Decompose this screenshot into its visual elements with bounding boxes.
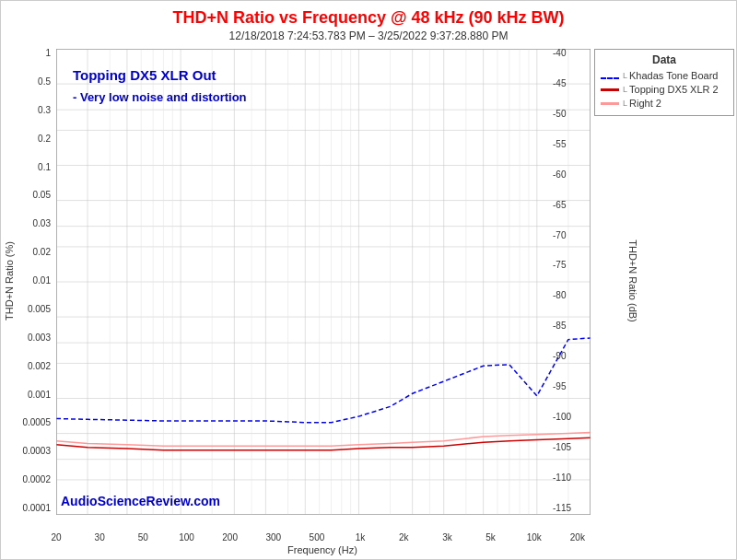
y-right-tick: -110 <box>553 473 571 483</box>
y-right-tick: -100 <box>553 413 571 422</box>
y-right-tick: -80 <box>553 291 566 300</box>
y-left-tick: 0.0001 <box>22 504 51 513</box>
legend-item: L Topping DX5 XLR 2 <box>601 84 728 95</box>
y-right-tick: -95 <box>553 382 566 391</box>
chart-container: THD+N Ratio vs Frequency @ 48 kHz (90 kH… <box>0 0 737 560</box>
y-left-tick: 0.5 <box>38 77 51 87</box>
y-right-tick: -105 <box>553 443 571 452</box>
legend-item: L Right 2 <box>601 98 728 109</box>
x-tick: 1k <box>349 532 371 542</box>
y-right-tick: -75 <box>553 261 566 270</box>
x-tick: 200 <box>219 532 241 542</box>
x-tick: 5k <box>480 532 502 542</box>
y-right-tick: -50 <box>553 110 566 119</box>
y-left-tick: 0.01 <box>33 276 51 286</box>
x-tick: 30 <box>88 532 111 542</box>
x-tick: 20k <box>567 532 589 542</box>
y-left-tick: 0.002 <box>28 362 51 371</box>
y-left-tick: 0.0005 <box>22 418 51 427</box>
y-right-tick: -115 <box>553 504 571 513</box>
y-left-tick: 0.2 <box>38 134 51 144</box>
legend-box: Data L Khadas Tone BoardL Topping DX5 XL… <box>594 49 734 116</box>
y-left-tick: 0.3 <box>38 106 51 115</box>
x-tick: 3k <box>436 532 458 542</box>
y-right-tick: -85 <box>553 321 566 331</box>
x-tick: 20 <box>45 532 67 542</box>
y-left-tick: 0.1 <box>38 163 51 172</box>
y-left-tick: 1 <box>45 49 51 58</box>
x-tick: 500 <box>306 532 328 542</box>
y-left-tick: 0.003 <box>28 333 51 343</box>
y-left-tick: 0.05 <box>33 191 51 200</box>
y-right-tick: -60 <box>553 170 566 180</box>
x-axis-label: Frequency (Hz) <box>56 544 589 555</box>
x-tick: 2k <box>392 532 415 542</box>
y-left-tick: 0.02 <box>33 248 51 257</box>
chart-svg <box>56 49 591 515</box>
y-left-tick: 0.0002 <box>22 475 51 484</box>
watermark: AudioScienceReview.com <box>61 494 220 508</box>
x-tick: 10k <box>523 532 545 542</box>
y-right-tick: -90 <box>553 352 566 361</box>
annotation-line1: Topping DX5 XLR Out - Very low noise and… <box>73 67 247 104</box>
y-left-tick: 0.03 <box>33 219 51 228</box>
y-axis-left: 10.50.30.20.10.050.030.020.010.0050.0030… <box>1 49 54 513</box>
y-right-tick: -70 <box>553 231 566 240</box>
x-axis: 2030501002003005001k2k3k5k10k20k <box>56 531 589 542</box>
y-right-tick: -45 <box>553 79 566 88</box>
y-left-tick: 0.005 <box>28 305 51 314</box>
y-right-tick: -55 <box>553 140 566 149</box>
y-axis-right-label: THD+N Ratio (dB) <box>626 49 639 513</box>
y-right-tick: -40 <box>553 49 566 58</box>
legend-title: Data <box>601 53 728 66</box>
y-left-tick: 0.0003 <box>22 447 51 456</box>
chart-title: THD+N Ratio vs Frequency @ 48 kHz (90 kH… <box>1 1 736 28</box>
x-tick: 300 <box>263 532 285 542</box>
y-left-tick: 0.001 <box>28 391 51 400</box>
chart-subtitle: 12/18/2018 7:24:53.783 PM – 3/25/2022 9:… <box>1 29 736 42</box>
x-tick: 50 <box>132 532 154 542</box>
x-tick: 100 <box>175 532 197 542</box>
legend-item: L Khadas Tone Board <box>601 70 728 81</box>
y-right-tick: -65 <box>553 201 566 210</box>
y-axis-right: -40-45-50-55-60-65-70-75-80-85-90-95-100… <box>549 49 591 513</box>
